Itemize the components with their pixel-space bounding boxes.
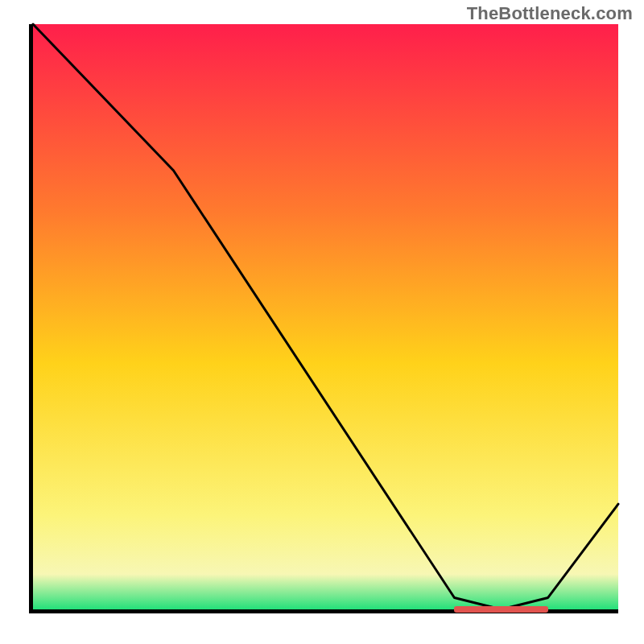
chart-curve — [33, 24, 618, 609]
optimal-range-marker — [454, 606, 547, 613]
watermark-text: TheBottleneck.com — [467, 3, 633, 24]
chart-plot-area — [29, 24, 618, 613]
